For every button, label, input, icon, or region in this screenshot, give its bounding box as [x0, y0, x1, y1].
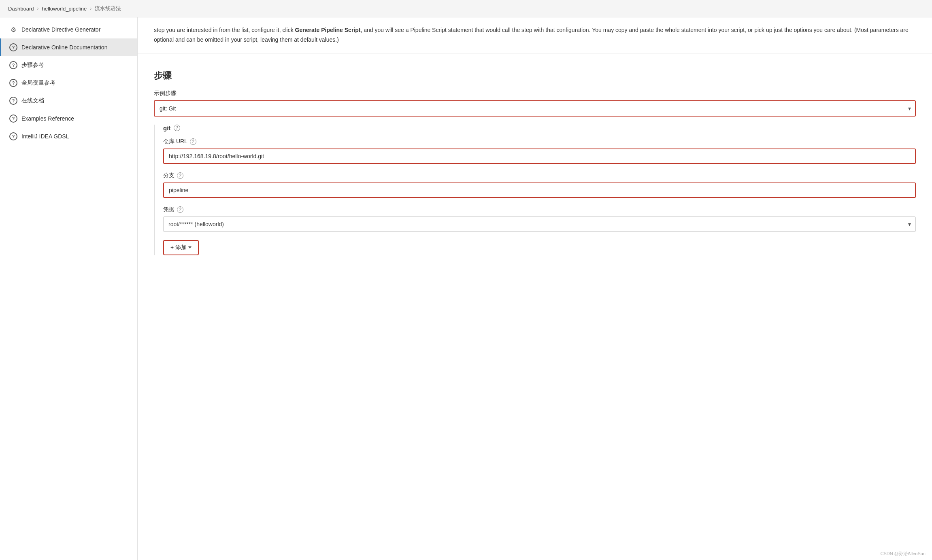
git-section: git ? 仓库 URL ? 分支 ?: [154, 125, 916, 255]
sidebar-item-global-var-ref[interactable]: ? 全局变量参考: [0, 74, 137, 92]
example-step-field: 示例步骤 git: Git checkout: Check out from v…: [154, 90, 916, 117]
breadcrumb: Dashboard › helloworld_pipeline › 流水线语法: [0, 0, 932, 17]
sidebar-item-label: 全局变量参考: [21, 79, 55, 87]
top-text-part1: step you are interested in from the list…: [154, 27, 295, 33]
sidebar: ⚙ Declarative Directive Generator ? Decl…: [0, 17, 138, 560]
question-icon: ?: [9, 79, 17, 87]
question-icon: ?: [9, 97, 17, 105]
top-text-bold: Generate Pipeline Script: [295, 27, 361, 33]
chevron-down-icon: [188, 246, 192, 248]
question-icon: ?: [9, 43, 17, 51]
sidebar-item-label: IntelliJ IDEA GDSL: [21, 133, 69, 140]
main-content: step you are interested in from the list…: [138, 17, 932, 560]
sidebar-item-examples-ref[interactable]: ? Examples Reference: [0, 110, 137, 127]
credentials-field: 凭据 ? root/****** (helloworld) - none - ▾: [163, 206, 916, 232]
repo-url-field: 仓库 URL ?: [163, 138, 916, 164]
sidebar-item-label: Declarative Directive Generator: [21, 26, 100, 33]
question-icon: ?: [9, 115, 17, 123]
branch-help-icon[interactable]: ?: [177, 172, 183, 179]
breadcrumb-current: 流水线语法: [95, 5, 121, 12]
watermark: CSDN @孙治AllenSun: [881, 551, 926, 557]
sidebar-item-online-doc[interactable]: ? 在线文档: [0, 92, 137, 110]
repo-url-help-icon[interactable]: ?: [190, 138, 196, 145]
example-step-label: 示例步骤: [154, 90, 916, 97]
credentials-select[interactable]: root/****** (helloworld) - none -: [163, 216, 916, 232]
breadcrumb-sep-1: ›: [37, 6, 39, 11]
example-step-select-wrapper: git: Git checkout: Check out from versio…: [154, 100, 916, 117]
breadcrumb-sep-2: ›: [90, 6, 91, 11]
sidebar-item-intellij-gdsl[interactable]: ? IntelliJ IDEA GDSL: [0, 127, 137, 145]
branch-input[interactable]: [163, 182, 916, 198]
top-text: step you are interested in from the list…: [138, 17, 932, 53]
breadcrumb-dashboard[interactable]: Dashboard: [8, 6, 34, 12]
branch-field: 分支 ?: [163, 172, 916, 198]
sidebar-item-label: 步骤参考: [21, 62, 44, 69]
section-title: 步骤: [154, 62, 916, 82]
sidebar-item-label: Examples Reference: [21, 115, 74, 122]
sidebar-item-declarative-directive-gen[interactable]: ⚙ Declarative Directive Generator: [0, 21, 137, 38]
content-body: 步骤 示例步骤 git: Git checkout: Check out fro…: [138, 53, 932, 272]
credentials-help-icon[interactable]: ?: [177, 206, 183, 213]
breadcrumb-pipeline[interactable]: helloworld_pipeline: [42, 6, 87, 12]
sidebar-item-steps-ref[interactable]: ? 步骤参考: [0, 56, 137, 74]
sidebar-item-declarative-online-doc[interactable]: ? Declarative Online Documentation: [0, 38, 137, 56]
sidebar-item-label: 在线文档: [21, 97, 44, 104]
question-icon: ?: [9, 61, 17, 69]
add-button[interactable]: + 添加: [163, 240, 199, 255]
credentials-label: 凭据 ?: [163, 206, 916, 213]
repo-url-label: 仓库 URL ?: [163, 138, 916, 145]
git-help-icon[interactable]: ?: [174, 125, 180, 131]
add-button-label: + 添加: [170, 244, 187, 251]
branch-label: 分支 ?: [163, 172, 916, 179]
git-label: git ?: [163, 125, 916, 132]
gear-icon: ⚙: [9, 25, 17, 34]
sidebar-item-label: Declarative Online Documentation: [21, 44, 107, 51]
question-icon: ?: [9, 132, 17, 140]
example-step-select[interactable]: git: Git checkout: Check out from versio…: [154, 100, 916, 117]
repo-url-input[interactable]: [163, 148, 916, 164]
credentials-select-wrapper: root/****** (helloworld) - none - ▾: [163, 216, 916, 232]
